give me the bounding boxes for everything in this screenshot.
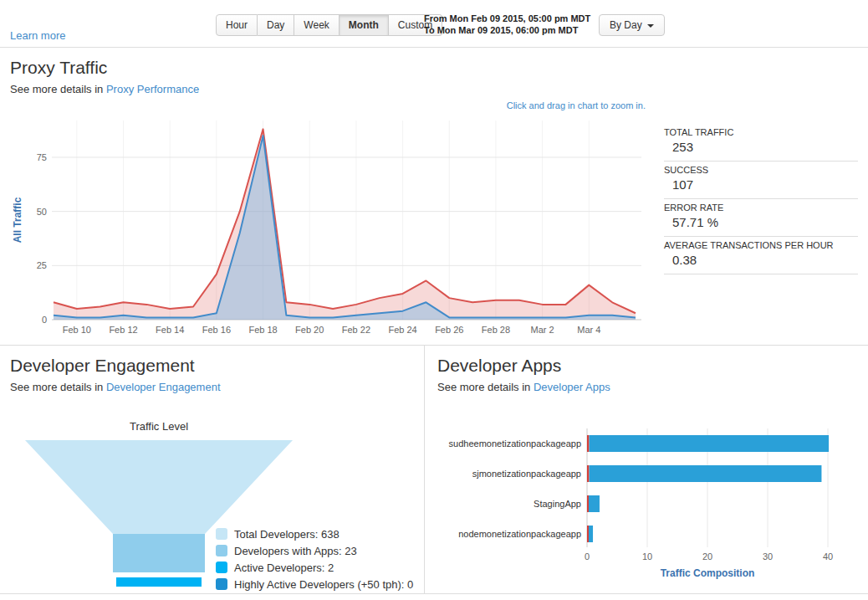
stat-label: TOTAL TRAFFIC	[664, 127, 858, 137]
date-range: From Mon Feb 09 2015, 05:00 pm MDT To Mo…	[424, 13, 590, 36]
developer-engagement-section: Developer Engagement See more details in…	[0, 346, 425, 593]
legend-label: Total Developers: 638	[234, 528, 340, 541]
proxy-traffic-chart[interactable]: Feb 10Feb 12Feb 14Feb 16Feb 18Feb 20Feb …	[10, 112, 652, 340]
svg-text:Mar 2: Mar 2	[531, 325, 554, 335]
proxy-traffic-section: Proxy Traffic See more details in Proxy …	[0, 58, 868, 340]
developer-apps-chart: 010203040sudheemonetizationpackageappsjm…	[437, 428, 855, 562]
group-by-label: By Day	[610, 19, 642, 31]
svg-text:Feb 12: Feb 12	[109, 325, 137, 335]
proxy-traffic-details: See more details in Proxy Performance	[10, 83, 858, 95]
svg-text:30: 30	[763, 551, 773, 562]
legend-swatch-icon	[216, 578, 227, 590]
funnel-chart-area: Traffic Level Total Developers: 638Devel…	[10, 420, 414, 597]
svg-text:Feb 26: Feb 26	[435, 325, 463, 335]
svg-text:Feb 22: Feb 22	[342, 325, 370, 335]
developer-engagement-title: Developer Engagement	[10, 356, 414, 376]
stat-value: 253	[664, 140, 858, 154]
legend-swatch-icon	[216, 562, 227, 573]
developer-apps-title: Developer Apps	[437, 356, 855, 376]
bottom-row: Developer Engagement See more details in…	[0, 345, 868, 594]
legend-label: Highly Active Developers (+50 tph): 0	[234, 578, 413, 591]
svg-text:0: 0	[42, 315, 47, 325]
traffic-stats: TOTAL TRAFFIC253SUCCESS107ERROR RATE57.7…	[664, 124, 858, 274]
developer-apps-section: Developer Apps See more details in Devel…	[425, 346, 868, 593]
stat-item: AVERAGE TRANSACTIONS PER HOUR0.38	[664, 237, 858, 274]
date-range-from: From Mon Feb 09 2015, 05:00 pm MDT	[424, 13, 590, 24]
range-button-week[interactable]: Week	[294, 14, 339, 36]
svg-text:Feb 18: Feb 18	[248, 325, 277, 335]
legend-item: Highly Active Developers (+50 tph): 0	[216, 576, 413, 592]
legend-swatch-icon	[216, 528, 227, 540]
legend-label: Active Developers: 2	[234, 562, 334, 574]
svg-text:20: 20	[702, 551, 712, 562]
svg-text:25: 25	[37, 260, 47, 270]
to-label: To	[424, 25, 435, 35]
range-button-group: HourDayWeekMonthCustom	[216, 14, 442, 36]
topbar: Learn more HourDayWeekMonthCustom From M…	[0, 0, 868, 48]
group-by-dropdown[interactable]: By Day	[599, 14, 665, 36]
zoom-hint: Click and drag in chart to zoom in.	[10, 100, 646, 110]
engagement-legend: Total Developers: 638Developers with App…	[216, 526, 413, 592]
svg-text:75: 75	[37, 152, 47, 162]
legend-item: Total Developers: 638	[216, 526, 413, 542]
developer-apps-details: See more details in Developer Apps	[437, 381, 855, 393]
funnel-title: Traffic Level	[17, 420, 301, 433]
from-label: From	[424, 13, 447, 23]
range-button-month[interactable]: Month	[340, 14, 389, 36]
developer-engagement-link[interactable]: Developer Engagement	[106, 381, 221, 393]
svg-text:Feb 20: Feb 20	[295, 325, 324, 335]
learn-more-link[interactable]: Learn more	[10, 29, 65, 42]
svg-text:Feb 24: Feb 24	[388, 325, 416, 335]
svg-text:10: 10	[642, 551, 652, 562]
stat-value: 107	[664, 177, 858, 192]
svg-text:sjmonetizationpackageapp: sjmonetizationpackageapp	[472, 469, 581, 479]
svg-text:40: 40	[823, 551, 833, 562]
traffic-composition-label: Traffic Composition	[437, 567, 855, 579]
svg-text:0: 0	[585, 551, 590, 562]
svg-text:nodemonetizationpackageapp: nodemonetizationpackageapp	[458, 529, 581, 539]
legend-label: Developers with Apps: 23	[234, 545, 357, 557]
details-prefix: See more details in	[437, 381, 530, 393]
stat-value: 57.71 %	[664, 215, 858, 229]
proxy-chart-row: Feb 10Feb 12Feb 14Feb 16Feb 18Feb 20Feb …	[10, 112, 858, 340]
proxy-performance-link[interactable]: Proxy Performance	[106, 83, 199, 95]
svg-text:Feb 16: Feb 16	[202, 325, 231, 335]
stat-item: TOTAL TRAFFIC253	[664, 124, 858, 162]
legend-swatch-icon	[216, 545, 227, 556]
stat-item: SUCCESS107	[664, 162, 858, 199]
svg-text:Feb 14: Feb 14	[156, 325, 184, 335]
details-prefix: See more details in	[10, 83, 103, 95]
stat-label: ERROR RATE	[664, 203, 858, 213]
proxy-traffic-title: Proxy Traffic	[10, 58, 858, 78]
range-button-day[interactable]: Day	[258, 14, 294, 36]
svg-text:Feb 28: Feb 28	[482, 325, 510, 335]
svg-text:50: 50	[37, 207, 47, 217]
stat-item: ERROR RATE57.71 %	[664, 199, 858, 237]
svg-text:Feb 10: Feb 10	[63, 325, 91, 335]
apps-chart-area: 010203040sudheemonetizationpackageappsjm…	[437, 428, 855, 579]
svg-text:sudheemonetizationpackageapp: sudheemonetizationpackageapp	[449, 438, 581, 449]
legend-item: Active Developers: 2	[216, 559, 413, 576]
svg-text:StagingApp: StagingApp	[534, 499, 581, 509]
analytics-dashboard: Learn more HourDayWeekMonthCustom From M…	[0, 0, 868, 594]
stat-label: AVERAGE TRANSACTIONS PER HOUR	[664, 240, 858, 250]
from-value: Mon Feb 09 2015, 05:00 pm MDT	[450, 13, 591, 23]
range-button-hour[interactable]: Hour	[216, 14, 258, 36]
to-value: Mon Mar 09 2015, 06:00 pm MDT	[437, 25, 579, 35]
developer-engagement-details: See more details in Developer Engagement	[10, 381, 414, 393]
stat-label: SUCCESS	[664, 165, 858, 175]
stat-value: 0.38	[664, 253, 858, 267]
svg-text:Mar 4: Mar 4	[577, 325, 600, 335]
date-range-to: To Mon Mar 09 2015, 06:00 pm MDT	[424, 24, 590, 36]
legend-item: Developers with Apps: 23	[216, 542, 413, 559]
details-prefix: See more details in	[10, 381, 103, 393]
svg-text:All Traffic: All Traffic	[12, 197, 23, 243]
developer-apps-link[interactable]: Developer Apps	[534, 381, 610, 393]
caret-down-icon	[647, 24, 654, 28]
